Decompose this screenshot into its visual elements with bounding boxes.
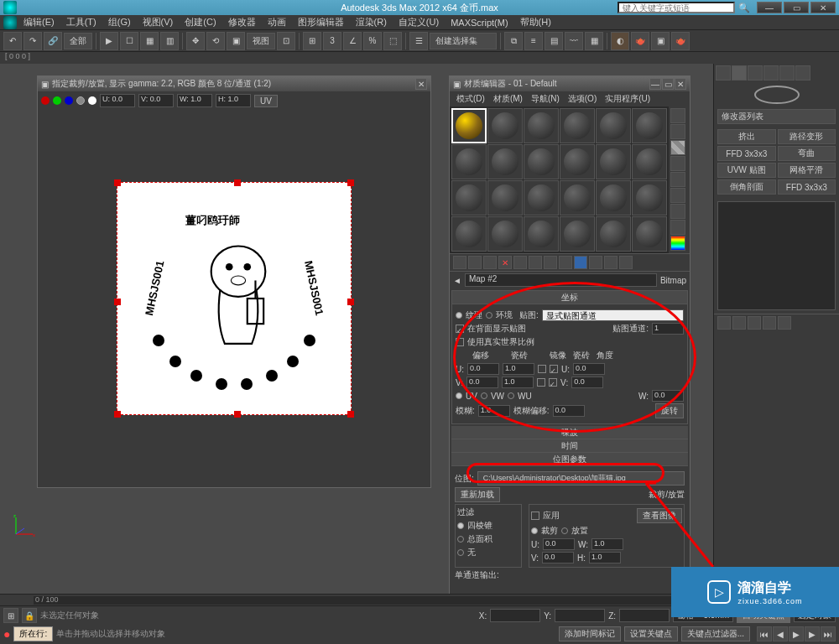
close-button[interactable]: ✕ xyxy=(810,2,836,13)
pyramidal-radio[interactable] xyxy=(457,522,464,529)
sample-slot-1[interactable] xyxy=(451,108,487,143)
uv-toggle[interactable]: UV xyxy=(254,95,278,107)
sample-slot[interactable] xyxy=(524,216,559,252)
mod-btn[interactable]: UVW 贴图 xyxy=(717,163,776,178)
preview-icon[interactable] xyxy=(670,188,685,203)
menu-graph[interactable]: 图形编辑器 xyxy=(293,16,349,29)
blur-off-spinner[interactable]: 0.0 xyxy=(553,405,585,417)
mat-maximize[interactable]: ▭ xyxy=(662,78,674,90)
mod-btn[interactable]: 路径变形 xyxy=(778,129,836,144)
sample-slot[interactable] xyxy=(451,216,487,252)
crop-window-titlebar[interactable]: ▣ 指定裁剪/放置, 显示 gamma: 2.2, RGB 颜色 8 位/通道 … xyxy=(38,76,430,91)
mod-btn[interactable]: 倒角剖面 xyxy=(717,179,776,195)
window-crossing-button[interactable]: ▥ xyxy=(160,32,179,50)
pivot-button[interactable]: ⊡ xyxy=(277,32,295,50)
reset-map-icon[interactable]: ✕ xyxy=(498,256,512,269)
sample-slot[interactable] xyxy=(451,144,487,179)
render-setup-button[interactable]: 🫖 xyxy=(631,32,649,50)
config-sets-icon[interactable] xyxy=(778,316,791,330)
wu-radio[interactable] xyxy=(508,392,514,399)
sample-slot[interactable] xyxy=(524,144,559,179)
named-sel-set-button[interactable]: ☰ xyxy=(409,32,428,50)
u-offset[interactable]: 0.0 xyxy=(467,363,499,375)
sample-type-icon[interactable] xyxy=(670,108,685,123)
crop-h[interactable]: 1.0 xyxy=(589,552,621,564)
u-spinner[interactable]: U: 0.0 xyxy=(100,94,135,107)
bitmap-preview[interactable]: 薑叼鸥玗師 MHSJS001 MHSJS001 xyxy=(117,182,352,415)
sample-slot[interactable] xyxy=(560,108,595,143)
mirror-button[interactable]: ⧉ xyxy=(504,32,523,50)
layers-button[interactable]: ▤ xyxy=(545,32,563,50)
mat-minimize[interactable]: — xyxy=(649,78,661,90)
menu-customize[interactable]: 自定义(U) xyxy=(393,16,444,29)
modifier-stack[interactable] xyxy=(717,201,836,310)
mono-channel-dot[interactable] xyxy=(88,96,96,105)
show-end-icon[interactable] xyxy=(589,256,602,269)
v-mirror[interactable] xyxy=(537,378,545,387)
sample-slot[interactable] xyxy=(487,108,523,143)
set-key-button[interactable]: 设置关键点 xyxy=(624,626,678,641)
utilities-tab[interactable] xyxy=(795,65,810,80)
background-icon[interactable] xyxy=(670,140,685,155)
arc-rotate-gizmo[interactable] xyxy=(714,82,839,107)
sample-slot[interactable] xyxy=(632,180,667,216)
mat-menu-util[interactable]: 实用程序(U) xyxy=(602,93,654,105)
v-tile[interactable] xyxy=(549,378,557,387)
material-editor-button[interactable]: ◐ xyxy=(611,32,629,50)
menu-help[interactable]: 帮助(H) xyxy=(515,16,556,29)
make-copy-icon[interactable] xyxy=(513,256,527,269)
maximize-button[interactable]: ▭ xyxy=(784,2,809,13)
make-unique-stack-icon[interactable] xyxy=(748,316,761,330)
mod-btn[interactable]: 网格平滑 xyxy=(778,163,836,178)
w-angle[interactable]: 0.0 xyxy=(652,390,684,402)
w-spinner[interactable]: W: 1.0 xyxy=(177,94,212,107)
select-button[interactable]: ▶ xyxy=(100,32,118,50)
green-channel-dot[interactable] xyxy=(53,96,61,105)
sample-slot[interactable] xyxy=(560,144,595,179)
crop-w[interactable]: 1.0 xyxy=(591,538,623,550)
sample-slot[interactable] xyxy=(487,216,523,252)
put-to-scene-icon[interactable] xyxy=(468,256,482,269)
curve-editor-button[interactable]: 〰 xyxy=(565,32,583,50)
sample-slot[interactable] xyxy=(560,216,595,252)
render-frame-button[interactable]: ▣ xyxy=(651,32,670,50)
menu-group[interactable]: 组(G) xyxy=(103,16,136,29)
mod-btn[interactable]: 挤出 xyxy=(717,129,776,144)
select-name-button[interactable]: ☐ xyxy=(120,32,138,50)
backlight-icon[interactable] xyxy=(670,124,685,139)
texture-radio[interactable] xyxy=(456,312,462,319)
v-tiling[interactable]: 1.0 xyxy=(502,377,534,388)
summed-radio[interactable] xyxy=(457,536,464,543)
view-image-button[interactable]: 查看图像 xyxy=(637,508,682,523)
goto-start-icon[interactable]: ⏮ xyxy=(757,626,772,641)
rotate-button[interactable]: 旋转 xyxy=(655,403,684,418)
assign-to-sel-icon[interactable] xyxy=(483,256,497,269)
y-field[interactable] xyxy=(555,609,605,622)
none-radio[interactable] xyxy=(457,549,464,556)
display-tab[interactable] xyxy=(779,65,795,80)
rotate-button[interactable]: ⟲ xyxy=(206,32,225,50)
modify-tab[interactable] xyxy=(732,65,747,80)
mat-menu-nav[interactable]: 导航(N) xyxy=(528,93,563,105)
align-button[interactable]: ≡ xyxy=(524,32,543,50)
pin-stack-icon[interactable] xyxy=(717,316,731,330)
mapping-combo[interactable]: 显式贴图通道 xyxy=(542,309,684,321)
show-end-result-icon[interactable] xyxy=(732,316,746,330)
hierarchy-tab[interactable] xyxy=(748,65,763,80)
redo-button[interactable]: ↷ xyxy=(23,32,42,50)
next-frame-icon[interactable]: ▶ xyxy=(805,626,820,641)
search-icon[interactable]: 🔍 xyxy=(738,3,750,13)
crop-u[interactable]: 0.0 xyxy=(543,538,575,550)
percent-snap-button[interactable]: % xyxy=(363,32,382,50)
ref-coord-system[interactable]: 视图 xyxy=(247,33,275,49)
undo-button[interactable]: ↶ xyxy=(3,32,22,50)
mat-map-nav-icon[interactable] xyxy=(670,236,685,251)
x-field[interactable] xyxy=(490,609,540,622)
spinner-snap-button[interactable]: ⬚ xyxy=(383,32,402,50)
get-material-icon[interactable] xyxy=(453,256,466,269)
menu-tools[interactable]: 工具(T) xyxy=(61,16,102,29)
sample-slot[interactable] xyxy=(596,108,631,143)
time-rollout-header[interactable]: 时间 xyxy=(451,439,688,453)
bitmap-path-button[interactable]: C:\Users\Administrator\Desktop\加菲猫.jpg xyxy=(477,471,685,486)
v-spinner[interactable]: V: 0.0 xyxy=(138,94,174,107)
